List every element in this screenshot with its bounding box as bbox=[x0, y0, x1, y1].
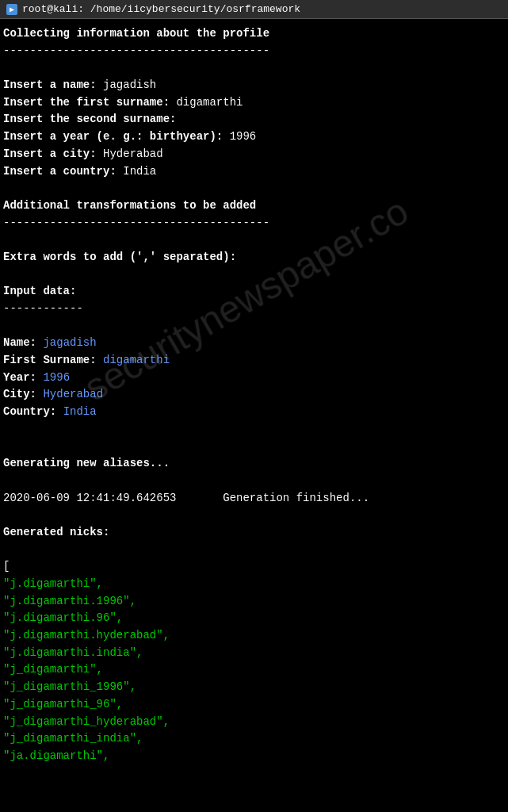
input-first-label: First Surname: bbox=[3, 354, 97, 366]
blank-1 bbox=[3, 59, 505, 77]
list-item: "j.digamarthi.96", bbox=[3, 610, 505, 627]
list-item: "j_digamarthi_1996", bbox=[3, 679, 505, 696]
generating-text: Generating new aliases... bbox=[3, 457, 170, 469]
list-item: "j.digamarthi.hyderabad", bbox=[3, 627, 505, 645]
separator-1: ---------------------------------------- bbox=[3, 43, 505, 60]
list-item: "j_digamarthi_hyderabad", bbox=[3, 714, 505, 731]
prompt-first-label: Insert the first surname: bbox=[3, 96, 170, 109]
list-item: "j_digamarthi", bbox=[3, 661, 505, 679]
prompt-name-label: Insert a name: bbox=[3, 79, 97, 91]
prompt-country-value: India bbox=[123, 165, 156, 178]
blank-2 bbox=[3, 180, 505, 197]
timestamp-line: 2020-06-09 12:41:49.642653 Generation fi… bbox=[3, 490, 505, 508]
input-data-label-line: Input data: bbox=[3, 283, 505, 301]
blank-6 bbox=[3, 421, 505, 439]
prompt-city: Insert a city: Hyderabad bbox=[3, 146, 505, 163]
blank-8 bbox=[3, 473, 505, 490]
extra-words-text: Extra words to add (',' separated): bbox=[3, 251, 236, 263]
prompt-name: Insert a name: jagadish bbox=[3, 77, 505, 94]
prompt-second-label: Insert the second surname: bbox=[3, 113, 176, 125]
blank-10 bbox=[3, 542, 505, 559]
input-data-text: Input data: bbox=[3, 285, 76, 297]
separator-2: ---------------------------------------- bbox=[3, 215, 505, 232]
prompt-first: Insert the first surname: digamarthi bbox=[3, 94, 505, 112]
terminal-icon: ▶ bbox=[6, 4, 17, 15]
generation-finished-text: Generation finished... bbox=[223, 490, 369, 508]
bracket-open: [ bbox=[3, 558, 505, 576]
terminal-output: Collecting information about the profile… bbox=[0, 19, 508, 772]
generated-nicks-label-line: Generated nicks: bbox=[3, 524, 505, 542]
input-country-label: Country: bbox=[3, 405, 56, 418]
timestamp-gap bbox=[176, 490, 223, 508]
prompt-city-label: Insert a city: bbox=[3, 147, 97, 160]
prompt-second: Insert the second surname: bbox=[3, 111, 505, 128]
separator-3: ------------ bbox=[3, 301, 505, 318]
input-city-label: City: bbox=[3, 388, 36, 400]
list-item: "j_digamarthi_96", bbox=[3, 696, 505, 714]
list-item: "j.digamarthi.1996", bbox=[3, 593, 505, 611]
input-country-value: India bbox=[63, 405, 97, 418]
blank-4 bbox=[3, 266, 505, 284]
blank-7 bbox=[3, 439, 505, 456]
blank-5 bbox=[3, 318, 505, 335]
additional-line: Additional transformations to be added bbox=[3, 197, 505, 215]
prompt-year: Insert a year (e. g.: birthyear): 1996 bbox=[3, 128, 505, 146]
input-name-row: Name: jagadish bbox=[3, 335, 505, 352]
blank-9 bbox=[3, 507, 505, 524]
prompt-name-value: jagadish bbox=[103, 79, 156, 91]
blank-3 bbox=[3, 232, 505, 249]
collecting-text: Collecting information about the profile bbox=[3, 27, 269, 40]
generated-nicks-text: Generated nicks: bbox=[3, 526, 109, 538]
input-city-value: Hyderabad bbox=[43, 388, 103, 400]
input-name-value: jagadish bbox=[43, 336, 96, 349]
input-year-value: 1996 bbox=[43, 371, 70, 384]
generating-line: Generating new aliases... bbox=[3, 455, 505, 473]
title-bar: ▶ root@kali: /home/iicybersecurity/osrfr… bbox=[0, 0, 508, 19]
prompt-country-label: Insert a country: bbox=[3, 165, 116, 178]
nicks-list: "j.digamarthi", "j.digamarthi.1996", "j.… bbox=[3, 576, 505, 765]
prompt-year-value: 1996 bbox=[230, 130, 257, 143]
prompt-city-value: Hyderabad bbox=[103, 147, 163, 160]
prompt-year-label: Insert a year (e. g.: birthyear): bbox=[3, 130, 223, 143]
collecting-line: Collecting information about the profile bbox=[3, 25, 505, 43]
input-name-label: Name: bbox=[3, 336, 36, 349]
input-first-value: digamarthi bbox=[103, 354, 170, 366]
input-year-row: Year: 1996 bbox=[3, 370, 505, 387]
input-city-row: City: Hyderabad bbox=[3, 386, 505, 404]
input-country-row: Country: India bbox=[3, 404, 505, 421]
timestamp-text: 2020-06-09 12:41:49.642653 bbox=[3, 490, 176, 508]
prompt-country: Insert a country: India bbox=[3, 163, 505, 181]
extra-words-line: Extra words to add (',' separated): bbox=[3, 249, 505, 266]
list-item: "j.digamarthi", bbox=[3, 576, 505, 593]
additional-text: Additional transformations to be added bbox=[3, 199, 256, 212]
input-first-row: First Surname: digamarthi bbox=[3, 352, 505, 370]
title-bar-text: root@kali: /home/iicybersecurity/osrfram… bbox=[22, 3, 300, 15]
input-year-label: Year: bbox=[3, 371, 36, 384]
list-item: "ja.digamarthi", bbox=[3, 748, 505, 765]
list-item: "j.digamarthi.india", bbox=[3, 645, 505, 662]
list-item: "j_digamarthi_india", bbox=[3, 730, 505, 748]
prompt-first-value: digamarthi bbox=[176, 96, 243, 109]
